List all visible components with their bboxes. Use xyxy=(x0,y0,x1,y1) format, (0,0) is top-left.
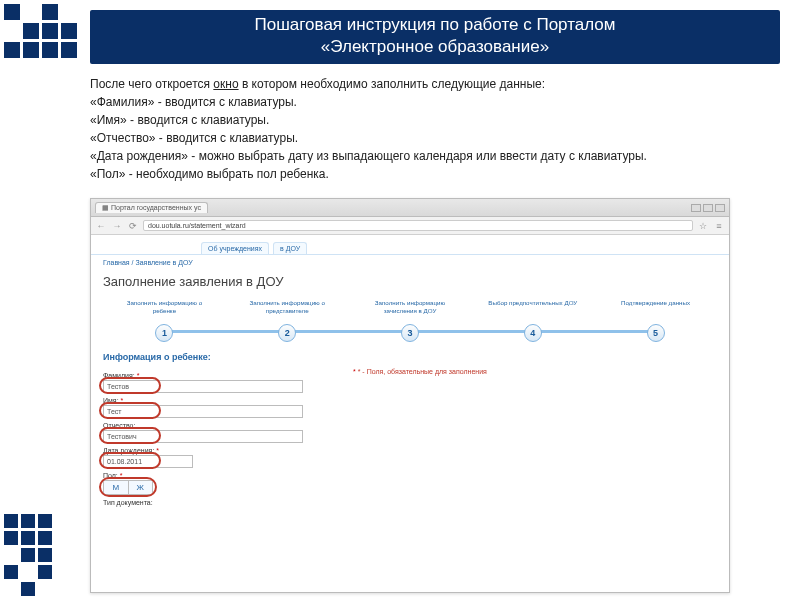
site-tabs: Об учреждениях в ДОУ xyxy=(91,235,729,255)
gender-f-button[interactable]: Ж xyxy=(129,481,153,494)
page-favicon-icon: ▦ xyxy=(102,204,111,211)
lastname-label: Фамилия: * xyxy=(103,372,333,379)
decor-grid-bottom xyxy=(4,514,52,596)
embedded-browser-screenshot: ▦ Портал государственных ус ← → ⟳ dou.uo… xyxy=(90,198,730,593)
slide-title-banner: Пошаговая инструкция по работе с Портало… xyxy=(90,10,780,64)
minimize-icon[interactable] xyxy=(691,204,701,212)
star-icon[interactable]: ☆ xyxy=(697,220,709,232)
close-icon[interactable] xyxy=(715,204,725,212)
section-title: Информация о ребенке: xyxy=(103,352,717,362)
doctype-label: Тип документа: xyxy=(103,499,333,506)
forward-icon[interactable]: → xyxy=(111,220,123,232)
lastname-input[interactable]: Тестов xyxy=(103,380,303,393)
instruction-text: После чего откроется окно в котором необ… xyxy=(90,75,770,183)
dob-label: Дата рождения: * xyxy=(103,447,333,454)
dob-input[interactable]: 01.08.2011 xyxy=(103,455,193,468)
page-title: Заполнение заявления в ДОУ xyxy=(103,274,717,289)
step-2[interactable]: Заполнить информацию о представителе 2 xyxy=(226,299,349,342)
step-1[interactable]: Заполнить информацию о ребенке 1 xyxy=(103,299,226,342)
browser-tabbar: ▦ Портал государственных ус xyxy=(91,199,729,217)
step-4[interactable]: Выбор предпочтительных ДОУ 4 xyxy=(471,299,594,342)
wizard-steps: Заполнить информацию о ребенке 1 Заполни… xyxy=(103,299,717,342)
breadcrumb[interactable]: Главная / Заявление в ДОУ xyxy=(91,255,729,270)
site-tab-0[interactable]: Об учреждениях xyxy=(201,242,269,254)
slide-title-line2: «Электронное образование» xyxy=(102,36,768,58)
gender-toggle[interactable]: М Ж xyxy=(103,480,153,495)
reload-icon[interactable]: ⟳ xyxy=(127,220,139,232)
middlename-input[interactable]: Тестович xyxy=(103,430,303,443)
maximize-icon[interactable] xyxy=(703,204,713,212)
browser-address-bar: ← → ⟳ dou.uotula.ru/statement_wizard ☆ ≡ xyxy=(91,217,729,235)
middlename-label: Отчество: xyxy=(103,422,333,429)
firstname-input[interactable]: Тест xyxy=(103,405,303,418)
back-icon[interactable]: ← xyxy=(95,220,107,232)
slide-title-line1: Пошаговая инструкция по работе с Портало… xyxy=(102,14,768,36)
gender-m-button[interactable]: М xyxy=(104,481,129,494)
gender-label: Пол: * xyxy=(103,472,333,479)
menu-icon[interactable]: ≡ xyxy=(713,220,725,232)
browser-tab[interactable]: ▦ Портал государственных ус xyxy=(95,202,208,213)
site-tab-1[interactable]: в ДОУ xyxy=(273,242,307,254)
url-field[interactable]: dou.uotula.ru/statement_wizard xyxy=(143,220,693,231)
step-5[interactable]: Подтверждение данных 5 xyxy=(594,299,717,342)
required-hint: * * - Поля, обязательные для заполнения xyxy=(353,368,487,375)
firstname-label: Имя: * xyxy=(103,397,333,404)
window-controls xyxy=(691,204,725,212)
step-3[interactable]: Заполнить информацию зачисления в ДОУ 3 xyxy=(349,299,472,342)
decor-grid-top xyxy=(4,4,77,58)
